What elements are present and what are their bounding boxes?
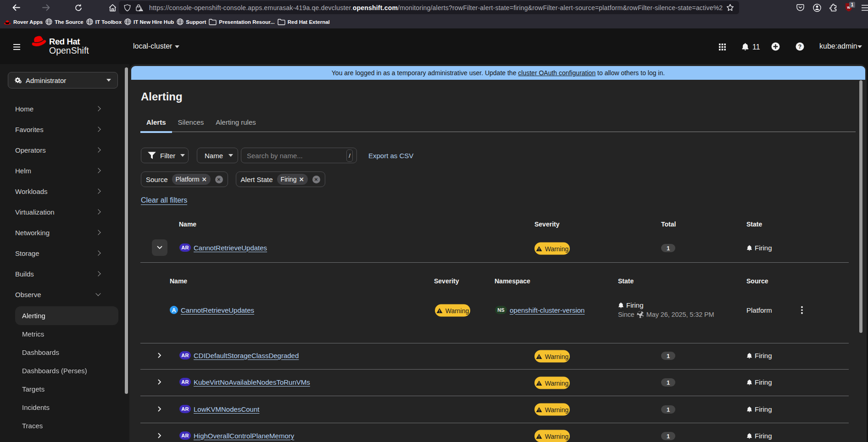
svg-text:OpenShift: OpenShift <box>49 45 89 55</box>
svg-text:Red Hat: Red Hat <box>49 37 80 46</box>
svg-text:?: ? <box>798 44 801 50</box>
svg-text:1: 1 <box>851 2 854 7</box>
svg-text:A: A <box>172 307 176 314</box>
